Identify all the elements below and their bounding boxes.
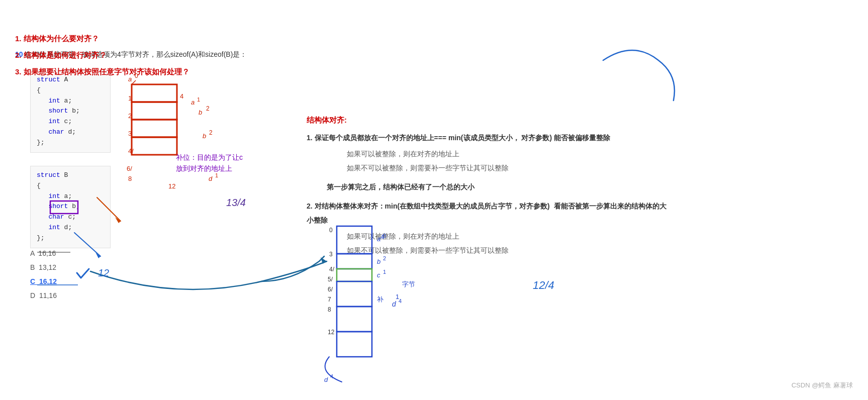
code-b-line3: int a;	[37, 191, 104, 202]
svg-text:c: c	[377, 271, 380, 279]
svg-text:字节: 字节	[402, 280, 415, 288]
svg-text:4: 4	[399, 298, 402, 304]
question-item-1: 1. 结构体为什么要对齐？	[15, 30, 189, 47]
code-block-b: struct B { int a; short b; char c; int d…	[30, 166, 111, 248]
question-item-3: 3. 如果想要让结构体按照任意字节对齐该如何处理？	[15, 63, 189, 80]
code-a-line7: };	[37, 138, 104, 148]
answer-options: A 16,16 B 13,12 C 16,12 D 11,16	[30, 246, 57, 303]
exp-sub-1b: 如果不可以被整除，则需要补一些字节让其可以整除	[347, 161, 668, 175]
svg-rect-0	[132, 84, 177, 102]
svg-rect-2	[132, 120, 177, 137]
svg-text:12: 12	[98, 267, 109, 278]
svg-rect-3	[132, 137, 177, 155]
explanation-title: 结构体对齐:	[307, 116, 347, 125]
svg-text:b: b	[199, 109, 202, 116]
svg-text:d: d	[324, 376, 328, 383]
svg-rect-31	[337, 269, 372, 281]
svg-text:1: 1	[396, 293, 399, 301]
svg-text:4: 4	[180, 92, 183, 100]
svg-text:补: 补	[377, 295, 383, 303]
code-b-line4: short b;	[37, 202, 104, 212]
svg-text:12/4: 12/4	[533, 279, 554, 291]
svg-text:1: 1	[215, 172, 218, 178]
svg-marker-58	[115, 217, 121, 223]
code-a-line4: short b;	[37, 106, 104, 117]
svg-text:4: 4	[330, 373, 333, 379]
exp-point-2: 2. 对结构体整体来对齐：min(在数组中找类型最大的成员所占字节，对齐参数) …	[307, 199, 668, 227]
questions-list: 1. 结构体为什么要对齐？ 2. 结构体是如何进行对齐？ 3. 如果想要让结构体…	[15, 30, 189, 80]
svg-text:补位：目的是为了让c: 补位：目的是为了让c	[176, 153, 243, 161]
svg-text:13/4: 13/4	[226, 197, 246, 208]
svg-text:d: d	[209, 175, 213, 182]
svg-text:2: 2	[128, 112, 132, 120]
exp-sub-1a: 如果可以被整除，则在对齐的地址上	[347, 147, 668, 161]
svg-text:b: b	[203, 132, 206, 140]
svg-text:4/: 4/	[329, 266, 335, 273]
exp-point-1: 1. 保证每个成员都放在一个对齐的地址上=== min(该成员类型大小， 对齐参…	[307, 131, 668, 145]
code-b-line6: int d;	[37, 223, 104, 233]
svg-text:a: a	[191, 98, 195, 106]
exp-step-1: 第一步算完之后，结构体已经有了一个总的大小	[327, 180, 668, 194]
svg-text:8: 8	[128, 175, 132, 182]
svg-text:2: 2	[206, 105, 210, 112]
explanation-content: 1. 保证每个成员都放在一个对齐的地址上=== min(该成员类型大小， 对齐参…	[307, 131, 668, 257]
code-b-line1: struct B	[37, 170, 104, 181]
svg-marker-26	[321, 257, 327, 264]
svg-rect-34	[337, 332, 372, 357]
code-a-line6: char d;	[37, 127, 104, 138]
code-b-line7: };	[37, 233, 104, 244]
svg-text:1: 1	[383, 269, 386, 275]
svg-marker-28	[95, 252, 101, 258]
svg-text:7: 7	[328, 296, 331, 303]
option-c: C 16,12	[30, 274, 57, 288]
svg-text:d: d	[392, 300, 397, 308]
watermark: CSDN @鳄鱼 麻薯球	[792, 381, 853, 390]
code-a-line2: {	[37, 85, 104, 96]
svg-text:b: b	[377, 258, 380, 265]
svg-text:2: 2	[209, 129, 213, 136]
exp-sub-2a: 如果可以被整除，则在对齐的地址上	[347, 229, 668, 243]
svg-rect-33	[337, 307, 372, 332]
svg-text:8: 8	[328, 306, 331, 313]
code-block-a: struct A { int a; short b; int c; char d…	[30, 70, 111, 153]
svg-text:4/: 4/	[128, 147, 134, 155]
svg-text:12: 12	[168, 182, 175, 190]
page-container: 10 在32位系统环境，编译选项为4字节对齐，那么sizeof(A)和sizeo…	[0, 0, 868, 400]
option-d: D 11,16	[30, 288, 57, 303]
svg-text:5/: 5/	[328, 276, 333, 283]
code-a-line3: int a;	[37, 96, 104, 107]
code-b-line2: {	[37, 181, 104, 191]
code-a-line5: int c;	[37, 117, 104, 127]
svg-text:6/: 6/	[127, 165, 132, 172]
option-b: B 13,12	[30, 260, 57, 274]
svg-text:1: 1	[197, 96, 200, 103]
option-a: A 16,16	[30, 246, 57, 260]
svg-rect-1	[132, 102, 177, 120]
question-item-2: 2. 结构体是如何进行对齐？	[15, 47, 189, 63]
svg-text:放到对齐的地址上: 放到对齐的地址上	[176, 164, 232, 172]
svg-text:12: 12	[328, 329, 335, 336]
svg-text:3: 3	[128, 130, 132, 137]
svg-text:1: 1	[128, 94, 132, 102]
code-b-line5: char c;	[37, 212, 104, 223]
svg-rect-32	[337, 281, 372, 307]
exp-sub-2b: 如果不可以被整除，则需要补一些字节让其可以整除	[347, 243, 668, 257]
svg-text:6/: 6/	[328, 286, 333, 293]
